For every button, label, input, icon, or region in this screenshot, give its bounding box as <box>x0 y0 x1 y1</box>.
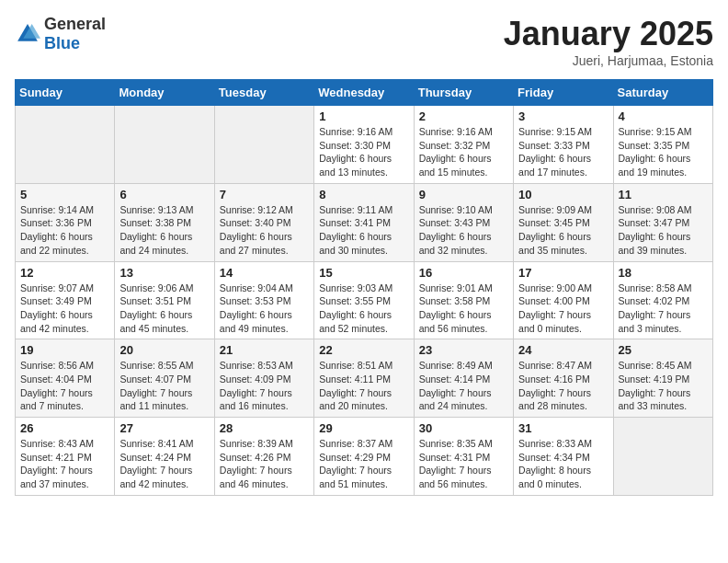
day-info: Sunrise: 9:10 AMSunset: 3:43 PMDaylight:… <box>419 203 508 258</box>
day-number: 2 <box>419 109 508 123</box>
calendar-cell: 26Sunrise: 8:43 AMSunset: 4:21 PMDayligh… <box>16 418 115 496</box>
calendar-cell: 17Sunrise: 9:00 AMSunset: 4:00 PMDayligh… <box>514 261 613 339</box>
calendar-week-row: 12Sunrise: 9:07 AMSunset: 3:49 PMDayligh… <box>16 261 713 339</box>
day-info: Sunrise: 8:56 AMSunset: 4:04 PMDaylight:… <box>20 359 109 413</box>
calendar-week-row: 1Sunrise: 9:16 AMSunset: 3:30 PMDaylight… <box>16 106 713 184</box>
weekday-header: Thursday <box>414 80 513 106</box>
day-number: 21 <box>220 343 309 357</box>
logo-icon <box>15 21 40 47</box>
day-number: 4 <box>619 109 708 123</box>
day-number: 15 <box>319 266 408 280</box>
calendar-cell: 6Sunrise: 9:13 AMSunset: 3:38 PMDaylight… <box>115 183 214 261</box>
calendar-cell: 22Sunrise: 8:51 AMSunset: 4:11 PMDayligh… <box>314 339 414 418</box>
day-info: Sunrise: 8:41 AMSunset: 4:24 PMDaylight:… <box>119 437 209 491</box>
day-info: Sunrise: 9:06 AMSunset: 3:51 PMDaylight:… <box>119 282 209 336</box>
calendar-cell: 23Sunrise: 8:49 AMSunset: 4:14 PMDayligh… <box>414 339 513 418</box>
calendar-cell: 19Sunrise: 8:56 AMSunset: 4:04 PMDayligh… <box>16 339 115 418</box>
day-info: Sunrise: 9:00 AMSunset: 4:00 PMDaylight:… <box>518 282 608 336</box>
calendar-cell: 9Sunrise: 9:10 AMSunset: 3:43 PMDaylight… <box>414 183 513 261</box>
day-info: Sunrise: 8:58 AMSunset: 4:02 PMDaylight:… <box>619 282 708 336</box>
title-block: January 2025 Jueri, Harjumaa, Estonia <box>504 15 713 68</box>
day-info: Sunrise: 9:12 AMSunset: 3:40 PMDaylight:… <box>220 203 309 258</box>
day-info: Sunrise: 9:15 AMSunset: 3:33 PMDaylight:… <box>518 125 608 179</box>
calendar-cell: 8Sunrise: 9:11 AMSunset: 3:41 PMDaylight… <box>314 183 414 261</box>
day-info: Sunrise: 8:53 AMSunset: 4:09 PMDaylight:… <box>220 359 309 413</box>
day-number: 16 <box>419 266 508 280</box>
calendar-cell: 29Sunrise: 8:37 AMSunset: 4:29 PMDayligh… <box>314 418 414 496</box>
logo-blue: Blue <box>44 34 80 52</box>
day-info: Sunrise: 9:15 AMSunset: 3:35 PMDaylight:… <box>619 125 708 179</box>
calendar-cell: 13Sunrise: 9:06 AMSunset: 3:51 PMDayligh… <box>115 261 214 339</box>
day-info: Sunrise: 9:14 AMSunset: 3:36 PMDaylight:… <box>20 203 109 258</box>
day-info: Sunrise: 9:13 AMSunset: 3:38 PMDaylight:… <box>119 203 209 258</box>
calendar-cell: 10Sunrise: 9:09 AMSunset: 3:45 PMDayligh… <box>514 183 613 261</box>
day-number: 28 <box>220 421 309 435</box>
day-info: Sunrise: 8:49 AMSunset: 4:14 PMDaylight:… <box>419 359 508 413</box>
month-title: January 2025 <box>504 15 713 53</box>
logo: General Blue <box>15 15 106 53</box>
day-info: Sunrise: 8:47 AMSunset: 4:16 PMDaylight:… <box>518 359 608 413</box>
calendar-cell: 31Sunrise: 8:33 AMSunset: 4:34 PMDayligh… <box>514 418 613 496</box>
weekday-header: Tuesday <box>214 80 313 106</box>
calendar-cell: 2Sunrise: 9:16 AMSunset: 3:32 PMDaylight… <box>414 106 513 184</box>
calendar-cell: 4Sunrise: 9:15 AMSunset: 3:35 PMDaylight… <box>613 106 712 184</box>
day-number: 13 <box>119 266 209 280</box>
calendar-cell <box>115 106 214 184</box>
weekday-header: Monday <box>115 80 214 106</box>
day-info: Sunrise: 8:55 AMSunset: 4:07 PMDaylight:… <box>119 359 209 413</box>
day-number: 6 <box>119 188 209 201</box>
calendar-week-row: 19Sunrise: 8:56 AMSunset: 4:04 PMDayligh… <box>16 339 713 418</box>
day-number: 19 <box>20 343 109 357</box>
day-number: 18 <box>619 266 708 280</box>
day-info: Sunrise: 8:35 AMSunset: 4:31 PMDaylight:… <box>419 437 508 491</box>
day-number: 22 <box>319 343 408 357</box>
day-number: 20 <box>119 343 209 357</box>
calendar-cell: 20Sunrise: 8:55 AMSunset: 4:07 PMDayligh… <box>115 339 214 418</box>
calendar-cell: 16Sunrise: 9:01 AMSunset: 3:58 PMDayligh… <box>414 261 513 339</box>
day-info: Sunrise: 8:37 AMSunset: 4:29 PMDaylight:… <box>319 437 408 491</box>
calendar-cell: 5Sunrise: 9:14 AMSunset: 3:36 PMDaylight… <box>16 183 115 261</box>
day-info: Sunrise: 9:07 AMSunset: 3:49 PMDaylight:… <box>20 282 109 336</box>
day-number: 17 <box>518 266 608 280</box>
day-info: Sunrise: 9:03 AMSunset: 3:55 PMDaylight:… <box>319 282 408 336</box>
calendar-cell: 30Sunrise: 8:35 AMSunset: 4:31 PMDayligh… <box>414 418 513 496</box>
day-number: 29 <box>319 421 408 435</box>
day-number: 27 <box>119 421 209 435</box>
calendar-cell: 14Sunrise: 9:04 AMSunset: 3:53 PMDayligh… <box>214 261 313 339</box>
calendar-cell <box>16 106 115 184</box>
day-info: Sunrise: 9:09 AMSunset: 3:45 PMDaylight:… <box>518 203 608 258</box>
calendar-cell <box>613 418 712 496</box>
day-number: 24 <box>518 343 608 357</box>
weekday-header-row: SundayMondayTuesdayWednesdayThursdayFrid… <box>16 80 713 106</box>
calendar-week-row: 26Sunrise: 8:43 AMSunset: 4:21 PMDayligh… <box>16 418 713 496</box>
day-number: 3 <box>518 109 608 123</box>
calendar-cell: 25Sunrise: 8:45 AMSunset: 4:19 PMDayligh… <box>613 339 712 418</box>
day-number: 8 <box>319 188 408 201</box>
location: Jueri, Harjumaa, Estonia <box>504 53 713 68</box>
day-number: 7 <box>220 188 309 201</box>
calendar-cell: 21Sunrise: 8:53 AMSunset: 4:09 PMDayligh… <box>214 339 313 418</box>
calendar-cell: 7Sunrise: 9:12 AMSunset: 3:40 PMDaylight… <box>214 183 313 261</box>
day-info: Sunrise: 8:51 AMSunset: 4:11 PMDaylight:… <box>319 359 408 413</box>
day-number: 31 <box>518 421 608 435</box>
day-number: 11 <box>619 188 708 201</box>
day-info: Sunrise: 9:04 AMSunset: 3:53 PMDaylight:… <box>220 282 309 336</box>
day-info: Sunrise: 8:45 AMSunset: 4:19 PMDaylight:… <box>619 359 708 413</box>
weekday-header: Wednesday <box>314 80 414 106</box>
calendar-week-row: 5Sunrise: 9:14 AMSunset: 3:36 PMDaylight… <box>16 183 713 261</box>
day-number: 23 <box>419 343 508 357</box>
day-number: 14 <box>220 266 309 280</box>
day-number: 9 <box>419 188 508 201</box>
day-info: Sunrise: 9:01 AMSunset: 3:58 PMDaylight:… <box>419 282 508 336</box>
day-number: 25 <box>619 343 708 357</box>
logo-general: General <box>44 15 106 33</box>
calendar-cell <box>214 106 313 184</box>
day-number: 12 <box>20 266 109 280</box>
day-info: Sunrise: 8:33 AMSunset: 4:34 PMDaylight:… <box>518 437 608 491</box>
day-info: Sunrise: 8:43 AMSunset: 4:21 PMDaylight:… <box>20 437 109 491</box>
day-number: 30 <box>419 421 508 435</box>
calendar-cell: 15Sunrise: 9:03 AMSunset: 3:55 PMDayligh… <box>314 261 414 339</box>
calendar-cell: 24Sunrise: 8:47 AMSunset: 4:16 PMDayligh… <box>514 339 613 418</box>
calendar-cell: 12Sunrise: 9:07 AMSunset: 3:49 PMDayligh… <box>16 261 115 339</box>
day-number: 5 <box>20 188 109 201</box>
